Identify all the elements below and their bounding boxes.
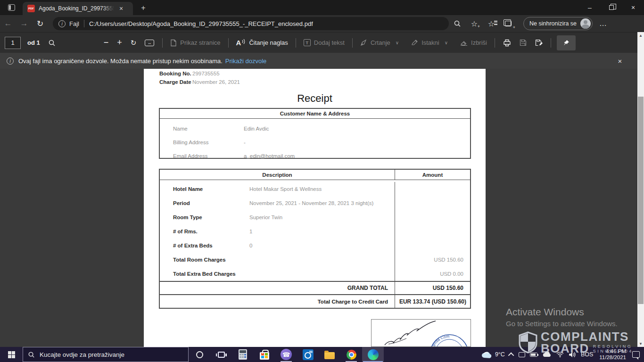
outlook-icon <box>303 349 314 360</box>
battery-tray-button[interactable] <box>528 347 540 362</box>
taskbar-search-input[interactable]: Kucajte ovdje za pretraživanje <box>23 347 189 362</box>
page-view-icon <box>170 39 177 47</box>
window-close-button[interactable]: × <box>622 0 644 15</box>
wifi-tray-button[interactable] <box>554 347 566 362</box>
file-explorer-button[interactable] <box>319 347 340 362</box>
address-url[interactable]: C:/Users/user/Desktop/Agoda_Booking_ID_2… <box>89 20 313 27</box>
tray-expand-button[interactable] <box>507 347 516 362</box>
battery-icon <box>530 353 537 357</box>
highlight-button[interactable]: Istakni ∨ <box>407 35 452 50</box>
table-row: Total Extra Bed ChargesUSD 0.00 <box>160 267 470 281</box>
new-tab-button[interactable]: + <box>138 3 149 13</box>
credit-card-row: Total Charge to Credit Card EUR 133.74 (… <box>160 294 470 308</box>
window-minimize-button[interactable]: – <box>579 0 601 15</box>
calculator-button[interactable] <box>232 347 254 362</box>
collections-button[interactable]: + <box>500 16 517 31</box>
scroll-up-icon[interactable]: ▲ <box>637 32 644 39</box>
edge-button[interactable] <box>362 347 384 362</box>
table-row: Hotel NameHotel Makar Sport & Wellness <box>160 182 470 196</box>
back-button[interactable]: ← <box>0 16 16 31</box>
save-as-button[interactable] <box>531 35 547 50</box>
refresh-button[interactable]: ↻ <box>32 16 48 31</box>
zoom-out-button[interactable]: − <box>99 35 113 50</box>
address-bar[interactable]: i Fajl C:/Users/user/Desktop/Agoda_Booki… <box>53 17 449 30</box>
signature-stamp-icon: Agoda Com <box>372 320 471 346</box>
display-icon <box>519 352 525 357</box>
charges-table-header: Description Amount <box>160 170 470 180</box>
customer-table-header: Customer Name & Address <box>160 109 470 119</box>
weather-button[interactable]: 9°C <box>479 347 507 362</box>
save-button[interactable] <box>515 35 531 50</box>
print-button[interactable] <box>499 35 515 50</box>
add-favorite-button[interactable]: ☆ + <box>466 16 483 31</box>
weather-temp: 9°C <box>495 351 505 358</box>
chrome-button[interactable] <box>340 347 362 362</box>
browser-tab[interactable]: PDF Agoda_Booking_ID_299735555_ × <box>23 2 133 15</box>
erase-button[interactable]: Izbriši <box>456 35 491 50</box>
restore-icon <box>609 5 614 10</box>
volume-tray-button[interactable] <box>566 347 578 362</box>
tab-close-icon[interactable]: × <box>117 4 125 13</box>
pdf-search-button[interactable] <box>44 35 60 50</box>
fit-width-button[interactable]: ↔ <box>140 35 158 50</box>
draw-button[interactable]: Crtanje ∨ <box>356 35 403 50</box>
table-row: Total Room ChargesUSD 150.60 <box>160 253 470 267</box>
scroll-down-icon[interactable]: ▼ <box>637 340 644 347</box>
forward-button[interactable]: → <box>16 16 32 31</box>
store-button[interactable] <box>254 347 275 362</box>
page-number-input[interactable]: 1 <box>5 37 21 49</box>
scrollbar-thumb[interactable] <box>638 97 644 304</box>
wifi-icon <box>556 352 564 357</box>
vertical-scrollbar[interactable]: ▲ ▼ <box>637 32 644 347</box>
viber-button[interactable]: ☎ <box>275 347 297 362</box>
task-view-button[interactable] <box>210 347 232 362</box>
table-row: Email Addressa_edin@hotmail.com <box>160 149 470 163</box>
system-tray: 9°C BOS 4:46 PM 11/28/2021 <box>479 347 644 362</box>
outlook-button[interactable] <box>297 347 319 362</box>
page-view-button[interactable]: Prikaz stranice <box>166 35 224 50</box>
pdf-page: Booking No. 299735555 Charge Date Novemb… <box>144 69 486 347</box>
taskbar-clock[interactable]: 4:46 PM 11/28/2021 <box>595 348 630 361</box>
browser-navbar: ← → ↻ i Fajl C:/Users/user/Desktop/Agoda… <box>0 15 644 32</box>
infobar-close-icon[interactable]: × <box>614 55 626 67</box>
cortana-button[interactable] <box>189 347 210 362</box>
pdf-toolbar: 1 od 1 − + ↻ ↔ Prikaz stranice A Čitanje… <box>0 32 644 53</box>
taskbar: Kucajte ovdje za pretraživanje ☎ 9°C <box>0 347 644 362</box>
action-center-button[interactable] <box>630 347 642 362</box>
show-permissions-link[interactable]: Prikaži dozvole <box>225 58 266 65</box>
read-aloud-button[interactable]: A Čitanje naglas <box>232 35 292 50</box>
clock-time: 4:46 PM <box>599 348 626 354</box>
windows-logo-icon <box>8 351 15 358</box>
language-switcher[interactable]: BOS <box>578 347 595 362</box>
start-button[interactable] <box>0 347 23 362</box>
pin-toolbar-button[interactable] <box>557 35 576 50</box>
sync-status-label: Ne sinhronizira se <box>529 20 577 27</box>
read-aloud-icon: A <box>236 39 241 47</box>
speaker-icon <box>569 352 576 358</box>
notification-icon <box>632 351 640 358</box>
rotate-button[interactable]: ↻ <box>126 35 141 50</box>
permissions-info-bar: i Ovaj fajl ima ograničene dozvole. Možd… <box>0 53 644 69</box>
browser-menu-button[interactable]: … <box>599 19 607 28</box>
viber-icon: ☎ <box>281 349 292 360</box>
zoom-search-button[interactable] <box>449 16 466 31</box>
favorites-list-button[interactable]: ☆ <box>483 16 500 31</box>
chevron-down-icon: ∨ <box>445 40 448 45</box>
window-restore-button[interactable] <box>601 0 622 15</box>
add-text-button[interactable]: T Dodaj tekst <box>300 35 348 50</box>
description-header: Description <box>160 170 395 180</box>
pdf-viewer-canvas[interactable]: Booking No. 299735555 Charge Date Novemb… <box>0 69 644 347</box>
tab-actions-icon[interactable] <box>8 4 15 11</box>
clock-date: 11/28/2021 <box>599 354 626 361</box>
svg-text:Agoda Com: Agoda Com <box>429 334 450 346</box>
onedrive-tray-button[interactable] <box>540 347 554 362</box>
profile-button[interactable]: Ne sinhronizira se <box>523 17 593 30</box>
display-tray-button[interactable] <box>516 347 528 362</box>
grand-total-row: GRAND TOTAL USD 150.60 <box>160 281 470 294</box>
eraser-icon <box>460 39 468 46</box>
table-row: # of Rms.1 <box>160 224 470 239</box>
avatar <box>580 18 591 29</box>
zoom-in-button[interactable]: + <box>113 35 126 50</box>
pen-icon <box>360 39 367 46</box>
page-info-icon[interactable]: i <box>58 20 66 27</box>
